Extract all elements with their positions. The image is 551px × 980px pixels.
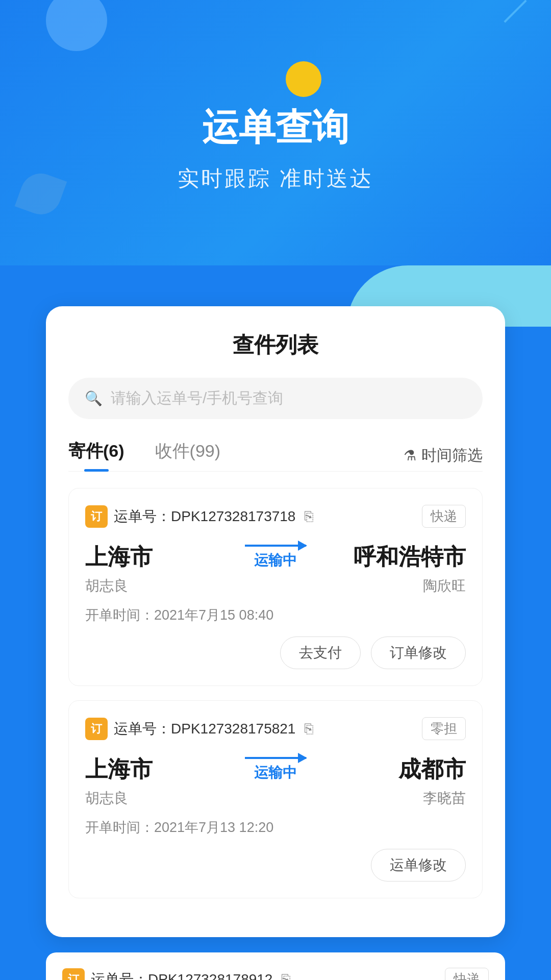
modify-button-1[interactable]: 订单修改 — [371, 636, 466, 669]
route-status-2: 运输中 — [254, 763, 297, 782]
deco-circle-top-left — [46, 0, 107, 51]
route-row-1: 上海市 运输中 呼和浩特市 — [85, 542, 466, 572]
shipment-header-left-1: 订 运单号：DPK127328173718 ⎘ — [85, 505, 313, 528]
city-from-2: 上海市 — [85, 754, 197, 785]
order-date-2: 开单时间：2021年7月13 12:20 — [85, 818, 466, 837]
filter-icon: ⚗ — [404, 447, 416, 464]
tabs-container: 寄件(6) 收件(99) ⚗ 时间筛选 — [68, 439, 483, 472]
route-status-1: 运输中 — [254, 551, 297, 570]
search-input-placeholder: 请输入运单号/手机号查询 — [111, 388, 283, 409]
modify-button-2[interactable]: 运单修改 — [371, 849, 466, 881]
copy-icon-3[interactable]: ⎘ — [282, 971, 290, 981]
deco-slash-top-right — [504, 0, 527, 23]
city-to-1: 呼和浩特市 — [354, 542, 466, 572]
bottom-area: 订 运单号：DPK127328178912 ⎘ 快递 — [0, 937, 551, 980]
partial-card: 订 运单号：DPK127328178912 ⎘ 快递 — [46, 952, 505, 980]
order-num-2: 运单号：DPK127328175821 — [114, 719, 295, 739]
arrow-line-2 — [245, 757, 306, 759]
route-row-2: 上海市 运输中 成都市 — [85, 754, 466, 785]
filter-label: 时间筛选 — [421, 445, 483, 466]
pay-button-1[interactable]: 去支付 — [280, 636, 361, 669]
hero-subtitle: 实时跟踪 准时送达 — [178, 164, 373, 193]
city-from-1: 上海市 — [85, 542, 197, 572]
copy-icon-2[interactable]: ⎘ — [305, 721, 313, 737]
shipment-header-3: 订 运单号：DPK127328178912 ⎘ 快递 — [62, 968, 489, 980]
shipment-header-2: 订 运单号：DPK127328175821 ⎘ 零担 — [85, 717, 466, 740]
card-title: 查件列表 — [68, 331, 483, 359]
hero-title: 运单查询 — [202, 103, 349, 152]
tab-sent[interactable]: 寄件(6) — [68, 439, 124, 471]
route-arrow-1 — [245, 545, 306, 547]
shipment-header-1: 订 运单号：DPK127328173718 ⎘ 快递 — [85, 505, 466, 528]
arrow-line-1 — [245, 545, 306, 547]
order-icon-3: 订 — [62, 968, 85, 981]
city-to-2: 成都市 — [354, 754, 466, 785]
sender-receiver-row-2: 胡志良 李晓苗 — [85, 789, 466, 808]
deco-leaf-bottom-left — [15, 168, 67, 220]
route-middle-1: 运输中 — [197, 545, 354, 570]
order-icon-1: 订 — [85, 505, 108, 528]
receiver-name-1: 陶欣旺 — [354, 576, 466, 596]
deco-circle-yellow — [286, 61, 321, 97]
hero-section: 运单查询 实时跟踪 准时送达 — [0, 0, 551, 265]
main-card: 查件列表 🔍 请输入运单号/手机号查询 寄件(6) 收件(99) ⚗ 时间筛选 … — [46, 306, 505, 937]
shipment-header-left-2: 订 运单号：DPK127328175821 ⎘ — [85, 718, 313, 740]
action-buttons-2: 运单修改 — [85, 849, 466, 881]
sender-name-2: 胡志良 — [85, 789, 197, 808]
receiver-name-2: 李晓苗 — [354, 789, 466, 808]
time-filter[interactable]: ⚗ 时间筛选 — [404, 445, 483, 466]
order-date-1: 开单时间：2021年7月15 08:40 — [85, 606, 466, 624]
action-buttons-1: 去支付 订单修改 — [85, 636, 466, 669]
order-type-badge-3: 快递 — [445, 968, 489, 980]
order-num-1: 运单号：DPK127328173718 — [114, 507, 295, 526]
route-arrow-2 — [245, 757, 306, 759]
order-icon-2: 订 — [85, 718, 108, 740]
search-bar[interactable]: 🔍 请输入运单号/手机号查询 — [68, 378, 483, 419]
search-icon: 🔍 — [85, 390, 103, 407]
route-middle-2: 运输中 — [197, 757, 354, 782]
order-num-3: 运单号：DPK127328178912 — [91, 970, 272, 981]
shipment-card-2: 订 运单号：DPK127328175821 ⎘ 零担 上海市 运输中 成都市 胡… — [68, 700, 483, 898]
order-type-badge-1: 快递 — [422, 505, 466, 528]
shipment-header-left-3: 订 运单号：DPK127328178912 ⎘ — [62, 968, 290, 981]
copy-icon-1[interactable]: ⎘ — [305, 508, 313, 525]
order-type-badge-2: 零担 — [422, 717, 466, 740]
sender-receiver-row-1: 胡志良 陶欣旺 — [85, 576, 466, 596]
tab-received[interactable]: 收件(99) — [155, 439, 220, 471]
sender-name-1: 胡志良 — [85, 576, 197, 596]
shipment-card-1: 订 运单号：DPK127328173718 ⎘ 快递 上海市 运输中 呼和浩特市… — [68, 488, 483, 686]
